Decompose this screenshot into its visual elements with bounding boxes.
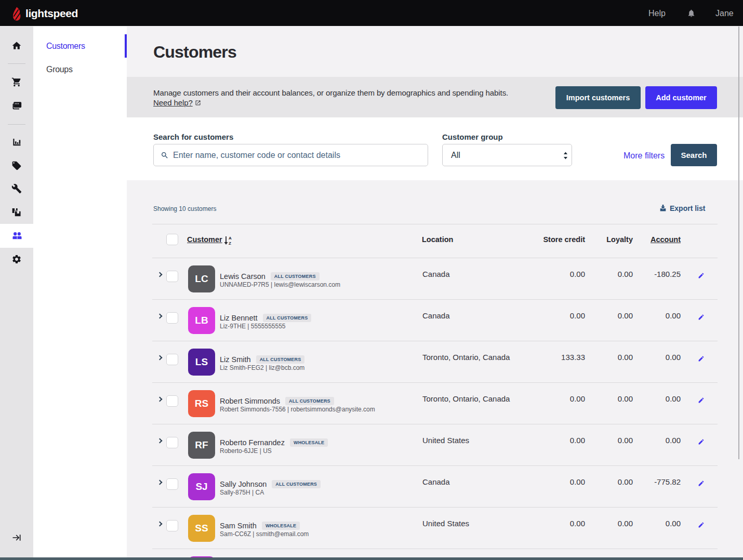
svg-text:A: A <box>229 236 232 241</box>
svg-text:Z: Z <box>229 241 231 245</box>
